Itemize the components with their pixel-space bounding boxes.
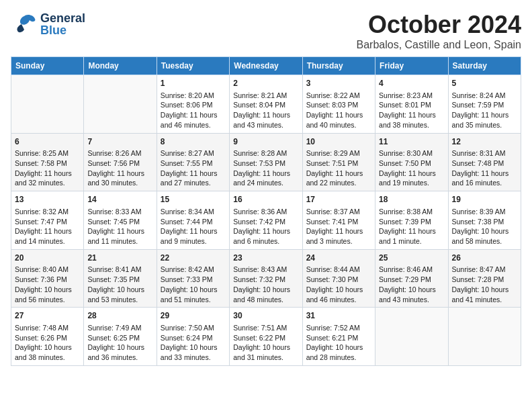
day-info: Daylight: 10 hours and 46 minutes. [306, 285, 371, 304]
day-of-week-header: Wednesday [230, 57, 302, 75]
logo-general-text: General [40, 12, 85, 24]
day-info: Sunrise: 8:24 AM [452, 91, 517, 101]
calendar-cell: 12Sunrise: 8:31 AMSunset: 7:48 PMDayligh… [448, 133, 521, 191]
day-info: Sunset: 7:41 PM [306, 217, 371, 227]
day-number: 3 [306, 78, 371, 89]
calendar-cell: 19Sunrise: 8:39 AMSunset: 7:38 PMDayligh… [448, 191, 521, 250]
calendar-week-row: 6Sunrise: 8:25 AMSunset: 7:58 PMDaylight… [11, 133, 521, 191]
day-info: Daylight: 11 hours and 46 minutes. [161, 110, 226, 130]
calendar-cell: 31Sunrise: 7:52 AMSunset: 6:21 PMDayligh… [302, 308, 375, 366]
day-number: 2 [233, 78, 298, 89]
calendar-header-row: SundayMondayTuesdayWednesdayThursdayFrid… [11, 57, 521, 75]
day-info: Daylight: 10 hours and 48 minutes. [233, 285, 298, 304]
day-info: Daylight: 10 hours and 33 minutes. [161, 342, 226, 362]
calendar-table: SundayMondayTuesdayWednesdayThursdayFrid… [11, 56, 521, 366]
calendar-cell [448, 308, 521, 366]
day-number: 20 [15, 253, 80, 264]
day-info: Sunset: 6:21 PM [306, 333, 371, 343]
day-info: Sunrise: 8:44 AM [306, 265, 371, 275]
day-number: 16 [233, 194, 298, 205]
logo-icon [11, 11, 38, 38]
day-info: Sunrise: 8:27 AM [161, 148, 226, 158]
calendar-cell: 13Sunrise: 8:32 AMSunset: 7:47 PMDayligh… [11, 191, 84, 250]
day-info: Sunrise: 8:34 AM [161, 207, 226, 217]
day-number: 24 [306, 253, 371, 264]
day-number: 11 [379, 136, 444, 148]
day-info: Sunrise: 7:52 AM [306, 323, 371, 333]
day-info: Sunset: 7:55 PM [161, 158, 226, 169]
calendar-cell: 8Sunrise: 8:27 AMSunset: 7:55 PMDaylight… [157, 133, 229, 191]
day-info: Daylight: 11 hours and 1 minute. [379, 226, 444, 246]
day-info: Sunset: 8:04 PM [233, 100, 298, 110]
day-info: Sunrise: 7:49 AM [87, 323, 152, 333]
day-info: Daylight: 10 hours and 58 minutes. [452, 226, 517, 246]
calendar-cell: 4Sunrise: 8:23 AMSunset: 8:01 PMDaylight… [375, 75, 448, 134]
calendar-cell: 22Sunrise: 8:42 AMSunset: 7:33 PMDayligh… [157, 249, 229, 308]
day-info: Sunrise: 8:33 AM [87, 207, 152, 217]
day-info: Sunrise: 8:32 AM [15, 207, 80, 217]
day-info: Daylight: 10 hours and 36 minutes. [87, 342, 152, 362]
calendar-cell: 11Sunrise: 8:30 AMSunset: 7:50 PMDayligh… [375, 133, 448, 191]
day-of-week-header: Sunday [11, 57, 84, 75]
day-info: Sunset: 7:35 PM [87, 275, 152, 285]
day-info: Sunrise: 8:41 AM [87, 265, 152, 275]
day-info: Sunset: 7:47 PM [15, 217, 80, 227]
calendar-cell: 30Sunrise: 7:51 AMSunset: 6:22 PMDayligh… [230, 308, 302, 366]
day-info: Daylight: 11 hours and 22 minutes. [306, 169, 371, 188]
day-info: Sunset: 7:29 PM [379, 275, 444, 285]
calendar-cell: 20Sunrise: 8:40 AMSunset: 7:36 PMDayligh… [11, 249, 84, 308]
day-info: Sunrise: 8:43 AM [233, 265, 298, 275]
day-info: Daylight: 11 hours and 30 minutes. [87, 169, 152, 188]
calendar-week-row: 1Sunrise: 8:20 AMSunset: 8:06 PMDaylight… [11, 75, 521, 134]
day-info: Sunrise: 8:42 AM [161, 265, 226, 275]
day-number: 4 [379, 78, 444, 89]
day-info: Sunset: 7:39 PM [379, 217, 444, 227]
day-info: Sunrise: 7:48 AM [15, 323, 80, 333]
calendar-cell: 27Sunrise: 7:48 AMSunset: 6:26 PMDayligh… [11, 308, 84, 366]
day-info: Sunset: 7:28 PM [452, 275, 517, 285]
day-info: Sunset: 7:42 PM [233, 217, 298, 227]
day-number: 26 [452, 253, 517, 264]
calendar-cell: 3Sunrise: 8:22 AMSunset: 8:03 PMDaylight… [302, 75, 375, 134]
day-info: Daylight: 10 hours and 53 minutes. [87, 285, 152, 304]
day-info: Sunrise: 8:25 AM [15, 148, 80, 158]
day-number: 15 [161, 194, 226, 205]
calendar-cell: 15Sunrise: 8:34 AMSunset: 7:44 PMDayligh… [157, 191, 229, 250]
calendar-cell: 18Sunrise: 8:38 AMSunset: 7:39 PMDayligh… [375, 191, 448, 250]
calendar-cell: 24Sunrise: 8:44 AMSunset: 7:30 PMDayligh… [302, 249, 375, 308]
day-info: Sunset: 7:44 PM [161, 217, 226, 227]
day-info: Sunrise: 8:37 AM [306, 207, 371, 217]
day-info: Sunrise: 7:51 AM [233, 323, 298, 333]
day-info: Daylight: 11 hours and 16 minutes. [452, 169, 517, 188]
day-info: Daylight: 10 hours and 38 minutes. [15, 342, 80, 362]
day-info: Daylight: 11 hours and 38 minutes. [379, 110, 444, 130]
calendar-cell: 23Sunrise: 8:43 AMSunset: 7:32 PMDayligh… [230, 249, 302, 308]
calendar-week-row: 27Sunrise: 7:48 AMSunset: 6:26 PMDayligh… [11, 308, 521, 366]
day-of-week-header: Saturday [448, 57, 521, 75]
day-info: Sunrise: 8:47 AM [452, 265, 517, 275]
calendar-cell: 10Sunrise: 8:29 AMSunset: 7:51 PMDayligh… [302, 133, 375, 191]
day-number: 31 [306, 310, 371, 322]
day-info: Daylight: 11 hours and 3 minutes. [306, 226, 371, 246]
day-info: Daylight: 10 hours and 28 minutes. [306, 342, 371, 362]
day-info: Daylight: 10 hours and 51 minutes. [161, 285, 226, 304]
calendar-cell [11, 75, 84, 134]
calendar-week-row: 20Sunrise: 8:40 AMSunset: 7:36 PMDayligh… [11, 249, 521, 308]
day-info: Sunrise: 8:38 AM [379, 207, 444, 217]
logo-blue-text: Blue [40, 24, 85, 36]
day-info: Sunrise: 8:20 AM [161, 91, 226, 101]
calendar-cell: 1Sunrise: 8:20 AMSunset: 8:06 PMDaylight… [157, 75, 229, 134]
day-of-week-header: Monday [84, 57, 157, 75]
calendar-cell: 17Sunrise: 8:37 AMSunset: 7:41 PMDayligh… [302, 191, 375, 250]
calendar-cell [84, 75, 157, 134]
calendar-cell: 21Sunrise: 8:41 AMSunset: 7:35 PMDayligh… [84, 249, 157, 308]
day-of-week-header: Tuesday [157, 57, 229, 75]
day-info: Sunset: 7:53 PM [233, 158, 298, 169]
day-number: 13 [15, 194, 80, 205]
day-info: Daylight: 10 hours and 41 minutes. [452, 285, 517, 304]
day-number: 6 [15, 136, 80, 148]
day-info: Sunset: 7:48 PM [452, 158, 517, 169]
calendar-cell: 2Sunrise: 8:21 AMSunset: 8:04 PMDaylight… [230, 75, 302, 134]
day-number: 22 [161, 253, 226, 264]
logo-text: General Blue [40, 12, 85, 36]
